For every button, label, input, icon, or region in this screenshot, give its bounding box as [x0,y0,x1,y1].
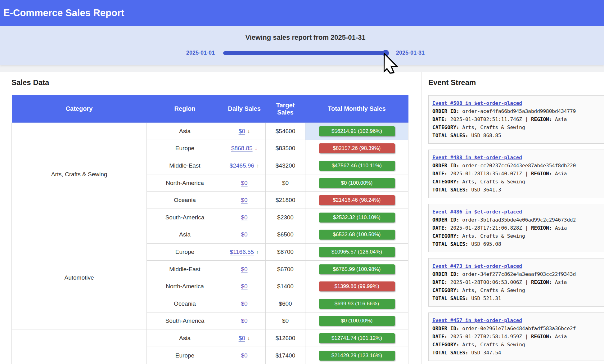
region-cell: Asia [147,123,223,140]
event-order-id-label: ORDER ID: [432,326,459,331]
event-region-value: Asia [552,171,567,177]
region-cell: Europe [147,140,223,157]
app-title: E-Commerce Sales Report [3,7,124,19]
event-title-link[interactable]: Event #457 in $et-order-placed [432,317,522,325]
trend-up-icon: ↑ [256,249,259,255]
daily-sales-link[interactable]: $0 [241,317,247,324]
daily-sales-cell: $2465.96↑ [223,157,266,174]
region-cell: Europe [147,243,223,261]
event-region-label: REGION: [531,225,552,231]
event-region-value: Asia [552,279,567,285]
main-content: Sales Data Category Region Daily Sales T… [0,72,604,364]
region-cell: Middle-East [147,261,223,278]
total-sales-badge: $1399.86 (99.99%) [319,281,395,291]
target-sales-cell: $43200 [266,157,305,174]
event-title-link[interactable]: Event #486 in $et-order-placed [432,208,522,216]
target-sales-cell: $600 [266,295,305,312]
event-title-link[interactable]: Event #488 in $et-order-placed [432,154,522,162]
total-monthly-sales-cell: $699.93 (116.66%) [305,295,408,312]
total-sales-badge: $12741.74 (101.12%) [319,333,395,343]
event-category-label: CATEGORY: [432,342,459,348]
event-category-label: CATEGORY: [432,233,459,239]
total-monthly-sales-cell: $21416.46 (98.24%) [305,191,408,209]
daily-sales-cell: $868.85↓ [223,140,266,157]
column-header-region: Region [147,95,223,123]
event-total-sales-value: USD 695.08 [468,241,501,247]
event-category-label: CATEGORY: [432,124,459,130]
event-category-label: CATEGORY: [432,179,459,185]
sales-row: AutomotiveAsia$0$6500$6532.68 (100.50%) [12,226,408,244]
daily-sales-link[interactable]: $2465.96 [230,162,254,169]
total-monthly-sales-cell: $6765.99 (100.98%) [305,261,408,278]
event-region-label: REGION: [531,334,552,339]
column-header-target-sales: Target Sales [266,95,305,123]
total-monthly-sales-cell: $21429.29 (123.16%) [305,347,408,364]
event-total-sales-label: TOTAL SALES: [432,350,468,356]
slider-min-label: 2025-01-01 [186,50,215,56]
event-list: Event #508 in $et-order-placedORDER ID: … [428,95,604,361]
event-total-sales-value: USD 347.54 [468,350,501,356]
target-sales-cell: $6500 [266,226,305,244]
total-sales-badge: $0 (100.00%) [319,178,395,188]
region-cell: Oceania [147,191,223,209]
category-cell [12,330,147,364]
slider-handle[interactable] [382,50,389,56]
sales-data-title: Sales Data [11,78,421,87]
daily-sales-link[interactable]: $0 [241,180,247,186]
daily-sales-link[interactable]: $0 [241,300,247,307]
daily-sales-link[interactable]: $0 [241,214,247,221]
event-title-link[interactable]: Event #473 in $et-order-placed [432,262,522,270]
event-category-value: Arts, Crafts & Sewing [459,287,525,293]
daily-sales-link[interactable]: $0 [239,335,245,341]
event-category-value: Arts, Crafts & Sewing [459,179,525,185]
region-cell: Asia [147,330,223,347]
category-cell: Arts, Crafts & Sewing [12,123,147,226]
event-category-value: Arts, Crafts & Sewing [459,342,525,348]
total-monthly-sales-cell: $82157.26 (98.39%) [305,140,408,157]
total-sales-badge: $10965.57 (126.04%) [319,247,395,257]
daily-sales-link[interactable]: $0 [241,352,247,359]
region-cell: North-America [147,278,223,295]
total-sales-badge: $21429.29 (123.16%) [319,351,395,361]
event-order-id-value: order-0e2961e71a6e484abfadf583a36bce2f [459,326,576,331]
event-order-id-value: order-acef4fa66bd945a3abdd9980bd434779 [459,108,576,114]
app-header: E-Commerce Sales Report [0,0,604,26]
total-sales-badge: $2532.32 (110.10%) [319,213,395,222]
event-region-label: REGION: [531,279,552,285]
sales-row: Arts, Crafts & SewingAsia$0↓$54600$56214… [12,123,408,140]
daily-sales-link[interactable]: $868.85 [231,145,253,151]
trend-down-icon: ↓ [255,146,258,152]
daily-sales-link[interactable]: $0 [241,197,247,203]
daily-sales-link[interactable]: $0 [241,231,247,238]
daily-sales-link[interactable]: $0 [241,266,247,272]
region-cell: Europe [147,347,223,364]
total-monthly-sales-cell: $12741.74 (101.12%) [305,330,408,347]
region-cell: South-America [147,312,223,330]
event-stream-panel: Event Stream Event #508 in $et-order-pla… [421,72,604,364]
daily-sales-link[interactable]: $1166.55 [230,249,254,255]
event-region-label: REGION: [531,116,552,122]
date-slider-panel: Viewing sales report from 2025-01-31 202… [0,26,604,65]
total-monthly-sales-cell: $6532.68 (100.50%) [305,226,408,244]
event-date-label: DATE: [432,334,447,339]
total-sales-badge: $56214.91 (102.96%) [319,126,395,136]
total-monthly-sales-cell: $47567.46 (110.11%) [305,157,408,174]
total-monthly-sales-cell: $0 (100.00%) [305,312,408,330]
daily-sales-cell: $0 [223,226,266,244]
event-date-value: 2025-01-27T02:58:14.959Z | [447,334,531,339]
region-cell: North-America [147,174,223,192]
event-total-sales-label: TOTAL SALES: [432,133,468,138]
event-date-value: 2025-01-28T00:06:53.006Z | [447,279,531,285]
total-sales-badge: $6765.99 (100.98%) [319,264,395,274]
daily-sales-link[interactable]: $0 [241,283,247,290]
daily-sales-cell: $0↓ [223,330,266,347]
date-slider[interactable] [223,51,389,55]
event-card: Event #508 in $et-order-placedORDER ID: … [428,95,604,144]
target-sales-cell: $0 [266,312,305,330]
event-total-sales-label: TOTAL SALES: [432,241,468,247]
event-category-value: Arts, Crafts & Sewing [459,233,525,239]
daily-sales-cell: $0 [223,209,266,226]
daily-sales-link[interactable]: $0 [239,128,245,134]
region-cell: Asia [147,226,223,244]
event-title-link[interactable]: Event #508 in $et-order-placed [432,99,522,107]
